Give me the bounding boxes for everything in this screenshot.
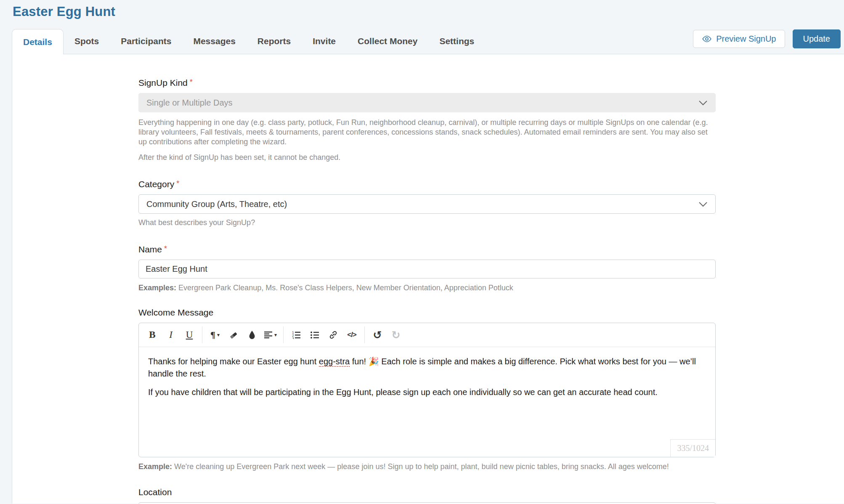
welcome-example-text: We're cleaning up Evergreen Park next we…	[172, 462, 669, 471]
required-asterisk: *	[190, 78, 193, 86]
editor-toolbar: B I U ¶▾ ▾ 123	[139, 323, 715, 347]
toolbar-separator	[364, 326, 365, 343]
category-label-text: Category	[138, 179, 174, 189]
page-title: Easter Egg Hunt	[13, 4, 844, 19]
undo-icon[interactable]: ↺	[368, 326, 387, 344]
location-input[interactable]	[138, 502, 716, 504]
underline-icon[interactable]: U	[180, 326, 199, 344]
toolbar-separator	[202, 326, 202, 343]
welcome-message-editor: B I U ¶▾ ▾ 123	[138, 323, 716, 457]
name-label-text: Name	[138, 244, 162, 254]
italic-icon[interactable]: I	[162, 326, 180, 344]
name-examples-text: Evergreen Park Cleanup, Ms. Rose's Class…	[176, 284, 513, 292]
signup-kind-help: Everything happening in one day (e.g. cl…	[138, 118, 716, 147]
unordered-list-icon[interactable]	[305, 326, 324, 344]
tab-reports[interactable]: Reports	[247, 29, 302, 54]
welcome-message-label: Welcome Message	[138, 308, 716, 318]
signup-kind-select[interactable]: Single or Multiple Days	[138, 93, 716, 112]
details-panel: SignUp Kind* Single or Multiple Days Eve…	[12, 54, 844, 504]
welcome-example-label: Example:	[138, 462, 172, 471]
details-form: SignUp Kind* Single or Multiple Days Eve…	[138, 54, 716, 504]
preview-signup-button[interactable]: Preview SignUp	[693, 30, 785, 48]
category-help: What best describes your SignUp?	[138, 218, 716, 228]
category-select[interactable]: Community Group (Arts, Theatre, etc)	[138, 194, 716, 214]
signup-kind-label: SignUp Kind*	[138, 78, 716, 88]
tab-spots[interactable]: Spots	[64, 29, 110, 54]
code-view-icon[interactable]: </>	[342, 326, 361, 344]
tab-bar: Details Spots Participants Messages Repo…	[12, 29, 844, 54]
category-label: Category*	[138, 179, 716, 189]
name-examples-label: Examples:	[138, 284, 176, 292]
chevron-down-icon	[698, 100, 708, 106]
welcome-paragraph-2: If you have children that will be partic…	[148, 386, 706, 398]
location-label: Location	[138, 487, 716, 497]
preview-signup-label: Preview SignUp	[716, 34, 776, 44]
name-input[interactable]	[138, 260, 716, 279]
tab-invite[interactable]: Invite	[302, 29, 347, 54]
header-actions: Preview SignUp Update	[693, 29, 841, 48]
tab-messages[interactable]: Messages	[182, 29, 246, 54]
name-label: Name*	[138, 244, 716, 255]
text-color-icon[interactable]	[243, 326, 261, 344]
eye-icon	[702, 35, 712, 42]
paragraph-format-icon[interactable]: ¶▾	[206, 326, 224, 344]
signup-kind-value: Single or Multiple Days	[146, 98, 233, 108]
pilcrow-icon: ¶	[210, 329, 215, 340]
chevron-down-icon	[698, 202, 708, 207]
caret-down-icon: ▾	[217, 332, 220, 338]
signup-kind-help-immutable: After the kind of SignUp has been set, i…	[138, 153, 716, 162]
ordered-list-icon[interactable]: 123	[287, 326, 305, 344]
tab-details[interactable]: Details	[12, 29, 64, 54]
signup-kind-label-text: SignUp Kind	[138, 78, 188, 88]
name-examples: Examples: Evergreen Park Cleanup, Ms. Ro…	[138, 284, 716, 292]
required-asterisk: *	[176, 179, 179, 188]
redo-icon[interactable]: ↻	[387, 326, 405, 344]
tab-collect-money[interactable]: Collect Money	[347, 29, 428, 54]
char-counter: 335/1024	[670, 439, 715, 457]
toolbar-separator	[283, 326, 284, 343]
tab-participants[interactable]: Participants	[110, 29, 182, 54]
category-value: Community Group (Arts, Theatre, etc)	[146, 199, 287, 209]
welcome-paragraph-1: Thanks for helping make our Easter egg h…	[148, 355, 706, 380]
align-icon[interactable]: ▾	[261, 326, 280, 344]
clear-formatting-icon[interactable]	[224, 326, 243, 344]
insert-link-icon[interactable]	[324, 326, 342, 344]
required-asterisk: *	[164, 244, 167, 253]
tab-settings[interactable]: Settings	[428, 29, 485, 54]
misspelled-word: egg-stra	[319, 357, 350, 367]
welcome-example: Example: We're cleaning up Evergreen Par…	[138, 462, 716, 471]
svg-text:3: 3	[292, 337, 294, 339]
update-button[interactable]: Update	[793, 29, 841, 48]
caret-down-icon: ▾	[274, 332, 277, 338]
bold-icon[interactable]: B	[143, 326, 162, 344]
welcome-message-textarea[interactable]: Thanks for helping make our Easter egg h…	[139, 347, 715, 448]
